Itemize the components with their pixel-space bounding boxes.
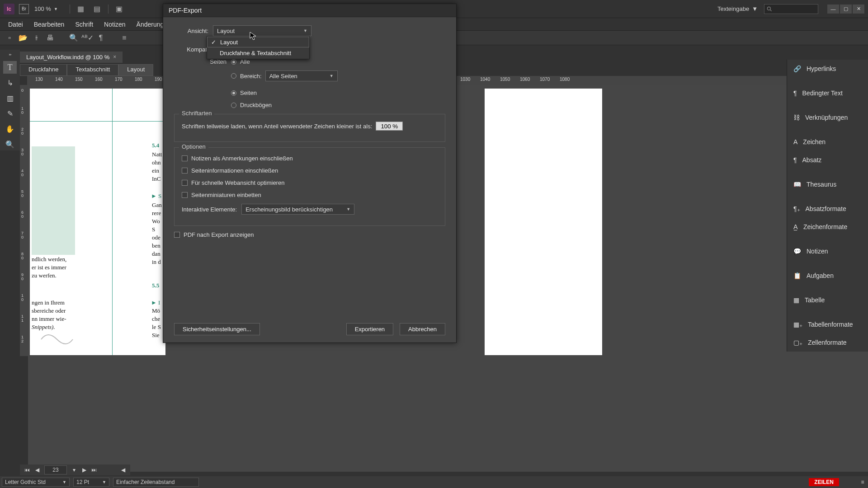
scroll-left-button[interactable]: ◀: [118, 467, 127, 473]
separator: [70, 5, 70, 14]
paragraph-icon[interactable]: ¶: [96, 33, 106, 42]
paragraph-icon: ¶: [793, 156, 797, 164]
zoom-select[interactable]: 100 %▼: [34, 5, 58, 12]
chk-fastweb[interactable]: [182, 180, 188, 186]
chk-pageinfo[interactable]: [182, 168, 188, 174]
section-heading: 5.5: [152, 282, 159, 289]
body-text: ode: [152, 234, 160, 241]
fonts-threshold-label: Schriften teilweise laden, wenn Anteil v…: [182, 123, 372, 130]
screen-icon[interactable]: ▣: [114, 5, 125, 14]
subtab-druckfahne[interactable]: Druckfahne: [20, 64, 67, 76]
panel-character[interactable]: AZeichen: [787, 133, 868, 151]
zoom-tool[interactable]: 🔍: [3, 138, 17, 150]
font-family-field[interactable]: Letter Gothic Std▼: [2, 478, 70, 487]
type-tool[interactable]: T: [3, 61, 17, 74]
ansicht-dropdown-list: Layout Druckfahne & Textabschnitt: [207, 36, 310, 59]
hand-tool[interactable]: ✋: [3, 122, 17, 135]
layout-icon[interactable]: ▦: [75, 5, 86, 14]
dialog-title[interactable]: PDF-Export: [163, 4, 456, 17]
chevron-down-icon: ▼: [346, 207, 350, 211]
menu-datei[interactable]: Datei: [3, 19, 28, 29]
svg-point-0: [767, 7, 770, 10]
export-button[interactable]: Exportieren: [346, 323, 393, 335]
panel-cell-styles[interactable]: ▢₊Zellenformate: [787, 333, 868, 352]
section-heading: 5.4: [152, 142, 159, 149]
position-tool[interactable]: ↳: [3, 76, 17, 89]
panel-assignments[interactable]: 📋Aufgaben: [787, 267, 868, 285]
fonts-threshold-input[interactable]: [376, 122, 403, 131]
minimize-button[interactable]: —: [827, 5, 839, 14]
menu-icon[interactable]: ≡: [857, 479, 868, 485]
collapse-icon[interactable]: ▸▸: [9, 52, 11, 56]
spell-icon[interactable]: ᴬᴮ✓: [82, 33, 92, 42]
separator: [108, 5, 108, 14]
maximize-button[interactable]: ▢: [840, 5, 852, 14]
radio-bereich[interactable]: [231, 73, 236, 79]
last-page-button[interactable]: ⏭: [90, 467, 99, 473]
prev-page-button[interactable]: ◀: [33, 467, 42, 473]
bridge-icon[interactable]: Br: [19, 4, 29, 14]
overset-warning[interactable]: ZEILEN: [809, 478, 839, 486]
panel-para-styles[interactable]: ¶₊Absatzformate: [787, 200, 868, 218]
menu-schrift[interactable]: Schrift: [70, 19, 99, 29]
next-page-button[interactable]: ▶: [80, 467, 89, 473]
chk-notes[interactable]: [182, 155, 188, 161]
ansicht-option-layout[interactable]: Layout: [207, 37, 309, 47]
zoom-value: 100 %: [34, 5, 51, 12]
note-tool[interactable]: ▥: [3, 92, 17, 104]
interactive-label: Interaktive Elemente:: [182, 206, 237, 213]
document-tab[interactable]: Layout_Workflow.indd @ 100 % ×: [20, 52, 123, 63]
panel-notes[interactable]: 💬Notizen: [787, 242, 868, 260]
ansicht-option-galley[interactable]: Druckfahne & Textabschnitt: [207, 47, 309, 59]
ruler-tick: 1060: [520, 77, 530, 82]
open-icon[interactable]: 📂: [18, 33, 28, 42]
subtab-layout[interactable]: Layout: [118, 64, 153, 76]
panel-links[interactable]: ⛓Verknüpfungen: [787, 108, 868, 127]
ruler-tick: 180: [135, 77, 142, 82]
body-text: ndlich werden,: [32, 256, 66, 263]
eyedropper-tool[interactable]: ✎: [3, 107, 17, 120]
list-icon[interactable]: ≡: [119, 33, 129, 42]
radio-seiten[interactable]: [231, 90, 236, 96]
subtab-textabschnitt[interactable]: Textabschnitt: [67, 64, 118, 76]
font-size-field[interactable]: 12 Pt▼: [73, 478, 109, 487]
ansicht-select[interactable]: Layout▼: [213, 25, 311, 36]
task-icon: 📋: [793, 272, 801, 279]
workspace-select[interactable]: Texteingabe▼: [717, 5, 758, 12]
view-icon[interactable]: ▤: [92, 5, 103, 14]
first-page-button[interactable]: ⏮: [23, 467, 32, 473]
page-number-field[interactable]: 23: [44, 465, 67, 474]
page-left: 5.4 Natt ohn ein InC ► S Gan rere Wo S o…: [30, 89, 165, 355]
security-button[interactable]: Sicherheitseinstellungen...: [174, 323, 260, 335]
menu-notizen[interactable]: Notizen: [99, 19, 131, 29]
interactive-select[interactable]: Erscheinungsbild berücksichtigen▼: [241, 204, 354, 215]
panel-thesaurus[interactable]: 📖Thesaurus: [787, 175, 868, 193]
panel-hyperlinks[interactable]: 🔗Hyperlinks: [787, 60, 868, 78]
leading-field[interactable]: Einfacher Zeilenabstand: [113, 478, 199, 487]
panel-paragraph[interactable]: ¶Absatz: [787, 151, 868, 169]
warning-label: ZEILEN: [814, 479, 834, 485]
panel-label: Zellenformate: [808, 339, 847, 346]
body-text: dan: [152, 250, 160, 258]
close-button[interactable]: ✕: [853, 5, 864, 14]
cancel-button[interactable]: Abbrechen: [400, 323, 445, 335]
panel-table[interactable]: ▦Tabelle: [787, 291, 868, 309]
panel-conditional-text[interactable]: ¶Bedingter Text: [787, 84, 868, 102]
new-icon[interactable]: ▫: [5, 33, 14, 42]
close-tab-icon[interactable]: ×: [113, 54, 116, 60]
search-input[interactable]: [764, 4, 818, 14]
chk-thumbs[interactable]: [182, 192, 188, 198]
page-menu-button[interactable]: ▾: [70, 467, 79, 473]
radio-alle[interactable]: [231, 59, 236, 65]
menu-bearbeiten[interactable]: Bearbeiten: [28, 19, 70, 29]
save-icon[interactable]: ⫳: [32, 33, 42, 42]
radio-alle-label: Alle: [240, 58, 250, 65]
chk-view-after[interactable]: [174, 232, 180, 238]
print-icon[interactable]: 🖶: [45, 33, 55, 42]
radio-druckboegen[interactable]: [231, 103, 236, 108]
search-icon[interactable]: 🔍: [69, 33, 79, 42]
pdf-export-dialog: PDF-Export Ansicht: Layout▼ Layout Druck…: [163, 4, 457, 343]
panel-table-styles[interactable]: ▦₊Tabellenformate: [787, 315, 868, 333]
panel-char-styles[interactable]: A̲Zeichenformate: [787, 218, 868, 236]
bereich-select[interactable]: Alle Seiten▼: [265, 70, 338, 81]
